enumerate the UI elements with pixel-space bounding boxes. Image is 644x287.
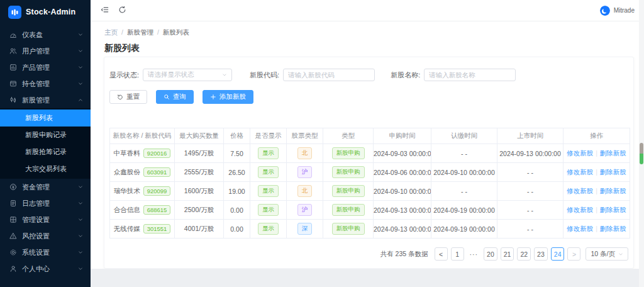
- position-icon: [9, 80, 17, 87]
- type-tag: 新股申购: [332, 204, 365, 216]
- edit-stock-link[interactable]: 修改新股: [567, 206, 593, 213]
- filter-actions: 重置 查询 添加新股: [109, 90, 633, 104]
- page-size-select[interactable]: 10 条/页: [586, 247, 628, 261]
- scrollbar-thumb[interactable]: [640, 143, 643, 164]
- apply-time-cell: 2024-09-13 00:00:00: [374, 201, 431, 220]
- display-tag: 显示: [258, 166, 279, 178]
- sidebar-item-label: 日志管理: [22, 199, 73, 208]
- page-button-23[interactable]: 23: [534, 247, 548, 261]
- max-qty-cell: 2500/万股: [175, 201, 224, 220]
- prev-page-button[interactable]: <: [435, 247, 448, 261]
- display-tag: 显示: [258, 204, 279, 216]
- sidebar-subitem-newstock-grab-records[interactable]: 新股抢筹记录: [0, 144, 91, 160]
- next-page-button[interactable]: >: [567, 247, 580, 261]
- status-filter-select[interactable]: 请选择显示状态: [143, 69, 232, 81]
- sidebar-subitem-newstock-apply-records[interactable]: 新股申购记录: [0, 127, 91, 144]
- stock-name-cell: 瑞华技术920099: [110, 182, 175, 201]
- breadcrumb-home[interactable]: 主页: [104, 28, 118, 37]
- collapse-sidebar-icon[interactable]: [101, 5, 109, 16]
- display-tag: 显示: [258, 185, 279, 197]
- edit-stock-link[interactable]: 修改新股: [567, 187, 593, 194]
- sidebar-subitem-newstock-list[interactable]: 新股列表: [0, 110, 91, 127]
- page-button-21[interactable]: 21: [501, 247, 514, 261]
- plus-icon: [210, 94, 216, 100]
- delete-stock-link[interactable]: 删除新股: [600, 187, 626, 194]
- edit-stock-link[interactable]: 修改新股: [567, 149, 593, 157]
- code-filter-input[interactable]: [283, 69, 375, 81]
- sidebar-item-newstock[interactable]: 新股管理: [0, 92, 91, 108]
- sidebar-item-profile[interactable]: 个人中心: [0, 261, 91, 277]
- page-button-22[interactable]: 22: [517, 247, 531, 261]
- stock-type-cell: 北: [287, 144, 323, 163]
- apply-time-cell: 2024-09-03 00:00:00: [374, 144, 431, 163]
- stock-type-tag: 北: [297, 185, 313, 197]
- sidebar-item-logs[interactable]: 日志管理: [0, 195, 91, 211]
- sidebar-item-risk-settings[interactable]: 风控设置: [0, 228, 91, 244]
- sidebar-item-label: 产品管理: [22, 63, 73, 72]
- page-button-24[interactable]: 24: [551, 247, 565, 261]
- grid-icon: [9, 216, 17, 223]
- sidebar-item-dashboard[interactable]: 仪表盘: [0, 26, 91, 43]
- page-size-label: 10 条/页: [591, 250, 615, 259]
- breadcrumb-section[interactable]: 新股管理: [127, 28, 153, 37]
- add-stock-button-label: 添加新股: [219, 93, 246, 101]
- type-cell: 新股申购: [323, 182, 374, 201]
- search-button[interactable]: 查询: [156, 90, 194, 104]
- name-filter-label: 新股名称:: [391, 70, 420, 80]
- edit-stock-link[interactable]: 修改新股: [567, 168, 593, 176]
- sidebar-item-label: 系统设置: [22, 248, 73, 257]
- delete-stock-link[interactable]: 删除新股: [600, 168, 626, 176]
- chevron-down-icon: [78, 216, 83, 223]
- topbar: Mitrade: [91, 0, 644, 21]
- stock-type-cell: 沪: [287, 163, 323, 182]
- user-icon: [9, 265, 17, 273]
- operations-cell: 修改新股|删除新股: [564, 144, 630, 163]
- type-tag: 新股申购: [332, 223, 365, 235]
- add-stock-button[interactable]: 添加新股: [203, 90, 253, 104]
- stock-code-badge: 603091: [143, 167, 171, 177]
- stock-type-tag: 沪: [297, 166, 313, 178]
- sidebar-item-positions[interactable]: 持仓管理: [0, 76, 91, 92]
- sidebar-item-label: 管理设置: [22, 215, 73, 225]
- reset-button[interactable]: 重置: [109, 90, 147, 104]
- sidebar-item-label: 风控设置: [22, 232, 73, 241]
- sidebar-submenu-newstock: 新股列表新股申购记录新股抢筹记录大宗交易列表: [0, 108, 91, 179]
- list-time-cell: - -: [497, 163, 564, 182]
- reset-button-label: 重置: [126, 93, 140, 101]
- page-button-20[interactable]: 20: [484, 247, 497, 261]
- sidebar-item-manage-settings[interactable]: 管理设置: [0, 211, 91, 228]
- user-menu[interactable]: Mitrade: [600, 6, 635, 16]
- refresh-icon[interactable]: [118, 5, 126, 16]
- price-cell: 0.00: [224, 220, 250, 239]
- product-icon: [9, 64, 17, 71]
- max-qty-cell: 1600/万股: [175, 182, 224, 201]
- sidebar-item-label: 持仓管理: [22, 79, 73, 89]
- sidebar-item-funds[interactable]: 资金管理: [0, 179, 91, 195]
- delete-stock-link[interactable]: 删除新股: [600, 206, 626, 213]
- page-background: [91, 269, 644, 287]
- stock-type-tag: 北: [297, 147, 313, 159]
- type-cell: 新股申购: [323, 220, 374, 239]
- sidebar-item-label: 用户管理: [22, 47, 73, 56]
- chevron-down-icon: [78, 249, 83, 256]
- table-row: 中草香料9200161495/万股7.50显示北新股申购2024-09-03 0…: [110, 144, 630, 163]
- delete-stock-link[interactable]: 删除新股: [600, 149, 626, 157]
- name-filter-input[interactable]: [424, 69, 516, 81]
- table-row: 众鑫股份6030912555/万股26.50显示沪新股申购2024-09-06 …: [110, 163, 630, 182]
- table-row: 合合信息6886152500/万股0.00显示沪新股申购2024-09-13 0…: [110, 201, 630, 220]
- display-tag: 显示: [258, 147, 279, 159]
- table-header-row: 新股名称 / 新股代码最大购买数量价格是否显示股票类型类型申购时间认缴时间上市时…: [110, 128, 630, 144]
- sidebar-item-system-settings[interactable]: 系统设置: [0, 244, 91, 261]
- column-header: 价格: [224, 128, 250, 144]
- sidebar-item-products[interactable]: 产品管理: [0, 59, 91, 76]
- page-button-1[interactable]: 1: [451, 247, 464, 261]
- sidebar-item-users[interactable]: 用户管理: [0, 43, 91, 59]
- max-qty-cell: 1495/万股: [175, 144, 224, 163]
- sidebar-item-label: 资金管理: [22, 183, 73, 192]
- sidebar-subitem-block-trade-list[interactable]: 大宗交易列表: [0, 160, 91, 177]
- delete-stock-link[interactable]: 删除新股: [600, 225, 626, 232]
- stock-name: 中草香料: [114, 149, 140, 157]
- scrollbar-track[interactable]: [639, 0, 644, 287]
- edit-stock-link[interactable]: 修改新股: [567, 225, 593, 232]
- status-filter-placeholder: 请选择显示状态: [148, 70, 222, 79]
